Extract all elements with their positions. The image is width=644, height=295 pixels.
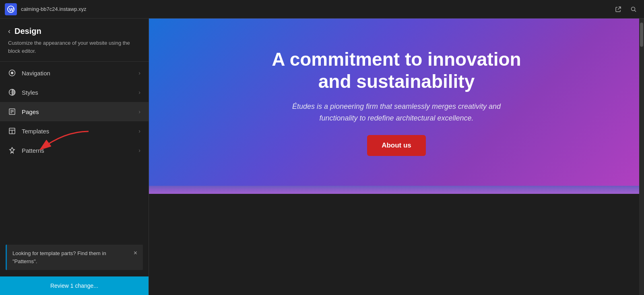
- topbar: W calming-bb7c24.instawp.xyz: [0, 0, 644, 19]
- styles-chevron: ›: [138, 89, 140, 96]
- preview-area: A commitment to innovation and sustainab…: [149, 19, 644, 295]
- templates-chevron: ›: [138, 128, 140, 134]
- sidebar: ‹ Design Customize the appearance of you…: [0, 19, 149, 295]
- navigation-icon: [8, 69, 16, 77]
- notification-box: Looking for template parts? Find them in…: [6, 245, 143, 270]
- wp-logo[interactable]: W: [5, 3, 17, 15]
- hero-title: A commitment to innovation and sustainab…: [256, 48, 537, 93]
- divider: [0, 61, 149, 62]
- templates-label: Templates: [22, 128, 133, 135]
- sidebar-item-navigation[interactable]: Navigation ›: [0, 63, 149, 83]
- styles-label: Styles: [22, 89, 133, 96]
- hero-subtitle: Études is a pioneering firm that seamles…: [280, 101, 513, 124]
- review-changes-button[interactable]: Review 1 change...: [0, 276, 149, 295]
- scrollbar-thumb[interactable]: [640, 23, 643, 47]
- external-link-icon[interactable]: [613, 4, 624, 15]
- hero-section: A commitment to innovation and sustainab…: [149, 19, 644, 186]
- sidebar-title: Design: [14, 27, 41, 36]
- navigation-chevron: ›: [138, 70, 140, 76]
- building-section: [149, 186, 644, 194]
- sidebar-item-pages[interactable]: Pages ›: [0, 102, 149, 121]
- site-url: calming-bb7c24.instawp.xyz: [21, 6, 609, 12]
- scrollbar[interactable]: [639, 19, 644, 295]
- sidebar-item-styles[interactable]: Styles ›: [0, 83, 149, 102]
- about-us-button[interactable]: About us: [367, 135, 426, 156]
- pages-label: Pages: [22, 108, 133, 115]
- sidebar-item-templates[interactable]: Templates ›: [0, 121, 149, 141]
- search-icon[interactable]: [628, 4, 639, 15]
- patterns-chevron: ›: [138, 147, 140, 154]
- sidebar-header: ‹ Design: [0, 19, 149, 39]
- styles-icon: [8, 88, 16, 96]
- templates-icon: [8, 127, 16, 135]
- notification-close-button[interactable]: ×: [134, 249, 137, 257]
- sidebar-item-patterns[interactable]: Patterns ›: [0, 141, 149, 160]
- patterns-icon: [8, 146, 16, 154]
- svg-text:W: W: [9, 6, 14, 12]
- sidebar-description: Customize the appearance of your website…: [0, 39, 149, 61]
- back-button[interactable]: ‹: [8, 27, 10, 35]
- main-layout: ‹ Design Customize the appearance of you…: [0, 19, 644, 295]
- svg-point-5: [11, 72, 13, 74]
- pages-icon: [8, 108, 16, 116]
- patterns-label: Patterns: [22, 147, 133, 154]
- sidebar-menu: Navigation › Styles ›: [0, 63, 149, 238]
- pages-chevron: ›: [138, 108, 140, 115]
- svg-point-2: [632, 7, 635, 10]
- navigation-label: Navigation: [22, 70, 133, 77]
- notification-text: Looking for template parts? Find them in…: [12, 249, 130, 265]
